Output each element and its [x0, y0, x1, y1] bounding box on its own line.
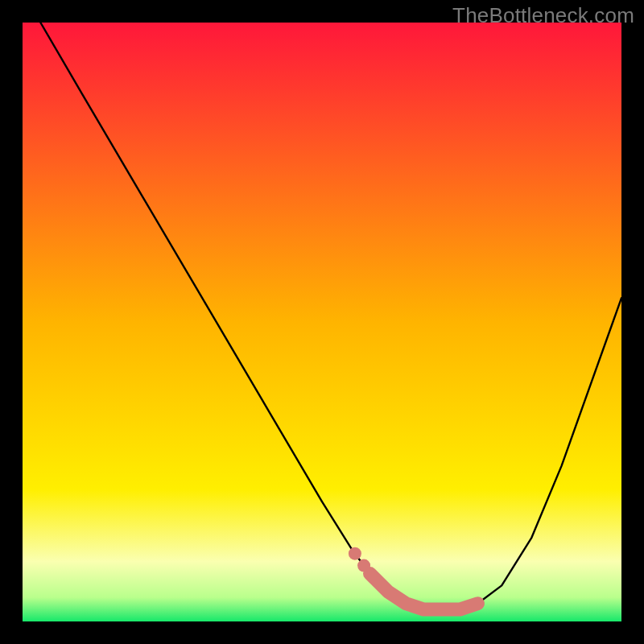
chart-frame: TheBottleneck.com: [0, 0, 644, 644]
sweet-spot-marker-2: [357, 559, 370, 572]
gradient-background: [23, 23, 621, 621]
sweet-spot-marker-1: [349, 547, 361, 560]
bottleneck-chart: [23, 23, 621, 621]
